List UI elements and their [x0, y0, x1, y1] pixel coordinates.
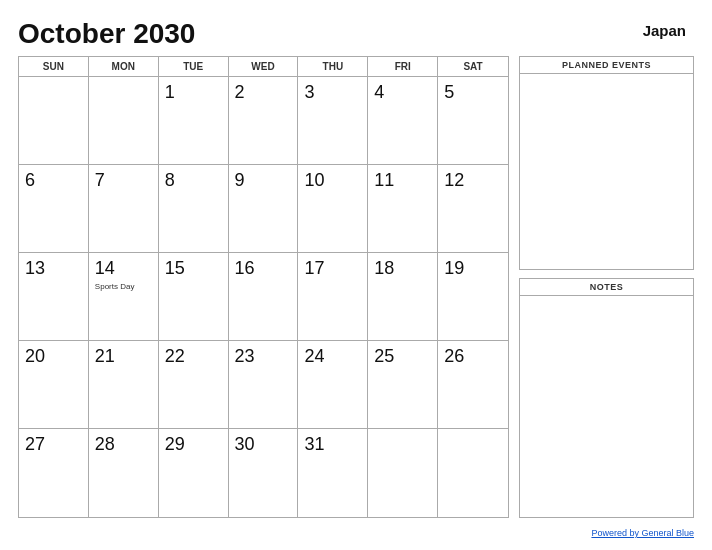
date-number: 26 — [444, 346, 464, 368]
calendar-cell: 19 — [438, 253, 508, 341]
date-number: 13 — [25, 258, 45, 280]
footer: Powered by General Blue — [18, 522, 694, 540]
planned-events-box: PLANNED EVENTS — [519, 56, 694, 270]
footer-link[interactable]: Powered by General Blue — [591, 528, 694, 538]
calendar-cell: 20 — [19, 341, 89, 429]
day-header-sun: SUN — [19, 57, 89, 76]
calendar-cell: 30 — [229, 429, 299, 517]
date-number: 11 — [374, 170, 394, 192]
date-number: 19 — [444, 258, 464, 280]
date-number: 31 — [304, 434, 324, 456]
calendar-cell: 9 — [229, 165, 299, 253]
calendar-cell: 15 — [159, 253, 229, 341]
calendar-cell: 2 — [229, 77, 299, 165]
calendar-cell: 21 — [89, 341, 159, 429]
calendar-cell: 17 — [298, 253, 368, 341]
calendar-cell: 6 — [19, 165, 89, 253]
date-number: 15 — [165, 258, 185, 280]
calendar-cell: 29 — [159, 429, 229, 517]
date-number: 30 — [235, 434, 255, 456]
page: October 2030 Japan SUNMONTUEWEDTHUFRISAT… — [0, 0, 712, 550]
calendar-cell: 14Sports Day — [89, 253, 159, 341]
calendar-cell: 18 — [368, 253, 438, 341]
calendar-cell: 31 — [298, 429, 368, 517]
planned-events-title: PLANNED EVENTS — [520, 57, 693, 74]
date-number: 1 — [165, 82, 175, 104]
day-header-sat: SAT — [438, 57, 508, 76]
date-number: 6 — [25, 170, 35, 192]
planned-events-content — [520, 74, 693, 269]
date-number: 25 — [374, 346, 394, 368]
header: October 2030 Japan — [18, 18, 694, 50]
day-header-thu: THU — [298, 57, 368, 76]
date-number: 7 — [95, 170, 105, 192]
calendar-cell: 5 — [438, 77, 508, 165]
country-label: Japan — [643, 22, 686, 39]
event-label: Sports Day — [95, 282, 135, 292]
date-number: 16 — [235, 258, 255, 280]
day-header-wed: WED — [229, 57, 299, 76]
calendar-cell: 22 — [159, 341, 229, 429]
date-number: 8 — [165, 170, 175, 192]
calendar-cell: 16 — [229, 253, 299, 341]
day-header-fri: FRI — [368, 57, 438, 76]
day-headers: SUNMONTUEWEDTHUFRISAT — [19, 57, 508, 77]
calendar-cell: 4 — [368, 77, 438, 165]
right-panel: PLANNED EVENTS NOTES — [519, 56, 694, 518]
calendar-cell: 27 — [19, 429, 89, 517]
calendar-cell: 3 — [298, 77, 368, 165]
calendar-cell: 25 — [368, 341, 438, 429]
calendar-cell: 23 — [229, 341, 299, 429]
calendar-cell: 7 — [89, 165, 159, 253]
day-header-mon: MON — [89, 57, 159, 76]
month-title: October 2030 — [18, 18, 195, 50]
calendar-cell: 24 — [298, 341, 368, 429]
calendar-cell: 1 — [159, 77, 229, 165]
date-number: 12 — [444, 170, 464, 192]
calendar-cell: 28 — [89, 429, 159, 517]
calendar-cell: 10 — [298, 165, 368, 253]
date-number: 2 — [235, 82, 245, 104]
date-number: 20 — [25, 346, 45, 368]
calendar-cell: 26 — [438, 341, 508, 429]
date-number: 17 — [304, 258, 324, 280]
calendar-grid: 1234567891011121314Sports Day15161718192… — [19, 77, 508, 517]
date-number: 4 — [374, 82, 384, 104]
calendar: SUNMONTUEWEDTHUFRISAT 123456789101112131… — [18, 56, 509, 518]
calendar-cell: 8 — [159, 165, 229, 253]
date-number: 14 — [95, 258, 115, 280]
notes-content — [520, 296, 693, 517]
date-number: 29 — [165, 434, 185, 456]
date-number: 28 — [95, 434, 115, 456]
date-number: 22 — [165, 346, 185, 368]
date-number: 21 — [95, 346, 115, 368]
calendar-cell — [19, 77, 89, 165]
calendar-cell — [368, 429, 438, 517]
calendar-cell: 11 — [368, 165, 438, 253]
date-number: 5 — [444, 82, 454, 104]
calendar-cell — [89, 77, 159, 165]
calendar-cell — [438, 429, 508, 517]
date-number: 23 — [235, 346, 255, 368]
notes-title: NOTES — [520, 279, 693, 296]
main-area: SUNMONTUEWEDTHUFRISAT 123456789101112131… — [18, 56, 694, 518]
date-number: 9 — [235, 170, 245, 192]
date-number: 27 — [25, 434, 45, 456]
date-number: 3 — [304, 82, 314, 104]
calendar-cell: 13 — [19, 253, 89, 341]
day-header-tue: TUE — [159, 57, 229, 76]
date-number: 18 — [374, 258, 394, 280]
notes-box: NOTES — [519, 278, 694, 518]
date-number: 10 — [304, 170, 324, 192]
calendar-cell: 12 — [438, 165, 508, 253]
date-number: 24 — [304, 346, 324, 368]
